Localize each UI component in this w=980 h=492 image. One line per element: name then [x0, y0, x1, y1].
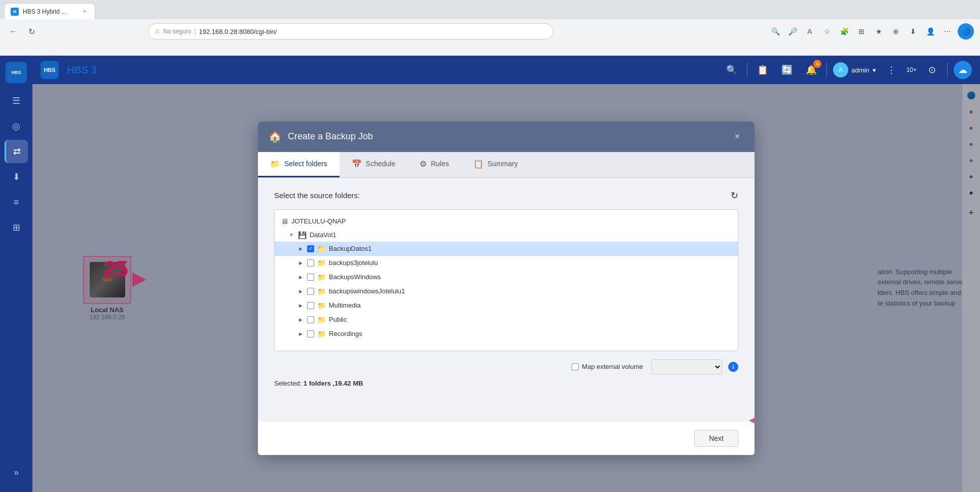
cloud-button[interactable]: ☁ [954, 61, 972, 79]
account-button[interactable]: 👤 [923, 24, 937, 39]
volume-collapse-icon: ▼ [289, 232, 294, 238]
checkbox-2[interactable] [307, 274, 314, 281]
folder-icon-2: 📁 [317, 273, 326, 281]
app-area: HBS ☰ ◎ ⇄ ⬇ ≡ ⊞ » HBS HBS 3 🔍 📋 🔄 🔔 5 A … [0, 56, 980, 492]
admin-label: admin [851, 66, 869, 74]
split-button[interactable]: ⊞ [854, 24, 869, 39]
zoom-button[interactable]: 🔎 [785, 24, 800, 39]
dialog-footer: Next [258, 421, 755, 455]
profile-button[interactable]: ⊕ [889, 24, 903, 39]
folder-name-2: BackupsWindows [329, 273, 381, 281]
more-app-button[interactable]: ⋮ [882, 61, 900, 79]
expander-3[interactable]: ▶ [297, 288, 304, 295]
dialog-body: Select the source folders: ↻ 🖥 JOTELULU-… [258, 178, 755, 421]
checkbox-0[interactable]: ✓ [307, 245, 314, 252]
expander-5[interactable]: ▶ [297, 316, 304, 323]
tab-select-folders[interactable]: 📁 Select folders [258, 152, 340, 177]
folder-row-4[interactable]: ▶ 📁 Multimedia [275, 298, 738, 313]
folder-name-3: backupswindowsJotelulu1 [329, 287, 405, 295]
admin-menu-button[interactable]: A admin ▾ [833, 62, 876, 78]
reload-button[interactable]: ↻ [24, 24, 39, 39]
expander-1[interactable]: ▶ [297, 259, 304, 267]
sidebar-item-grid[interactable]: ⊞ [5, 216, 28, 239]
select-folders-tab-icon: 📁 [270, 159, 280, 169]
edge-profile-button[interactable]: 🔵 [958, 23, 974, 40]
hbs-logo: HBS [41, 61, 59, 79]
sidebar-item-expand[interactable]: » [5, 461, 28, 484]
sidebar-item-download[interactable]: ⬇ [5, 165, 28, 188]
tab-schedule[interactable]: 📅 Schedule [340, 152, 407, 177]
folder-row-2[interactable]: ▶ 📁 BackupsWindows [275, 270, 738, 284]
more-button[interactable]: ⋯ [940, 24, 955, 39]
sync-status-button[interactable]: 🔄 [778, 61, 796, 79]
expander-6[interactable]: ▶ [297, 330, 304, 337]
folder-name-0: BackupDatos1 [329, 245, 372, 252]
tab-favicon: H [11, 8, 19, 16]
folder-row-5[interactable]: ▶ 📁 Public [275, 313, 738, 327]
refresh-tree-button[interactable]: ↻ [731, 190, 738, 201]
tab-bar: H HBS 3 Hybrid ... × [0, 0, 980, 19]
address-bar[interactable]: ⚠ No seguro | 192.168.0.28:8080/cgi-bin/ [148, 23, 553, 40]
back-button[interactable]: ← [6, 24, 20, 39]
expander-2[interactable]: ▶ [297, 274, 304, 281]
sidebar: HBS ☰ ◎ ⇄ ⬇ ≡ ⊞ » [0, 56, 32, 492]
create-backup-dialog: 🏠 Create a Backup Job × 📁 Select folders… [258, 122, 755, 455]
download-button[interactable]: ⬇ [906, 24, 920, 39]
favbar-button[interactable]: ★ [872, 24, 886, 39]
app-toolbar: HBS HBS 3 🔍 📋 🔄 🔔 5 A admin ▾ ⋮ 10+ ⊙ ☁ [32, 56, 980, 84]
bottom-bar: Map external volume i [274, 359, 738, 374]
tab-summary[interactable]: 📋 Summary [461, 152, 530, 177]
search-app-button[interactable]: 🔍 [723, 61, 741, 79]
source-label: Select the source folders: ↻ [274, 190, 738, 201]
volume-icon: 💾 [298, 231, 307, 239]
tab-title: HBS 3 Hybrid ... [23, 8, 66, 15]
checkbox-6[interactable] [307, 330, 314, 337]
arrow-25-shape [132, 273, 146, 287]
dialog-header: 🏠 Create a Backup Job × [258, 122, 755, 152]
folder-row-3[interactable]: ▶ 📁 backupswindowsJotelulu1 [275, 284, 738, 298]
map-external-checkbox[interactable] [572, 363, 579, 370]
sidebar-item-menu[interactable]: ☰ [5, 89, 28, 112]
dialog-header-icon: 🏠 [268, 130, 282, 143]
folder-row-0[interactable]: ▶ ✓ 📁 BackupDatos1 [275, 242, 738, 256]
folder-icon-4: 📁 [317, 301, 326, 310]
dialog-close-button[interactable]: × [730, 130, 744, 144]
rules-tab-label: Rules [431, 160, 449, 168]
select-folders-tab-label: Select folders [284, 160, 327, 168]
sidebar-item-sync[interactable]: ⇄ [5, 140, 28, 163]
folder-row-6[interactable]: ▶ 📁 Recordings [275, 327, 738, 341]
browser-actions: 🔍 🔎 A ☆ 🧩 ⊞ ★ ⊕ ⬇ 👤 ⋯ 🔵 [768, 23, 974, 40]
map-info-button[interactable]: i [728, 362, 738, 372]
next-button[interactable]: Next [694, 430, 738, 447]
search-browser-button[interactable]: 🔍 [768, 24, 782, 39]
annotation-number-25: 25 [103, 258, 128, 280]
extensions-button[interactable]: 🧩 [837, 24, 851, 39]
tab-rules[interactable]: ⚙ Rules [407, 152, 461, 177]
checkbox-1[interactable] [307, 259, 314, 267]
sidebar-item-dashboard[interactable]: ◎ [5, 115, 28, 138]
map-external-label: Map external volume [572, 363, 643, 370]
sidebar-logo: HBS [6, 62, 27, 83]
checkbox-3[interactable] [307, 288, 314, 295]
log-button[interactable]: 📋 [753, 61, 772, 79]
nas-label: Local NAS [91, 306, 124, 314]
tree-volume-row[interactable]: ▼ 💾 DataVol1 [275, 229, 738, 242]
gauge-button[interactable]: ⊙ [923, 61, 941, 79]
map-volume-dropdown[interactable] [651, 359, 722, 374]
folder-row-1[interactable]: ▶ 📁 backups3jotelulu [275, 256, 738, 270]
speed-indicator: 10+ [907, 66, 917, 73]
bookmark-button[interactable]: ☆ [820, 24, 834, 39]
translate-button[interactable]: A [803, 24, 817, 39]
checkbox-5[interactable] [307, 316, 314, 323]
address-text: 192.168.0.28:8080/cgi-bin/ [199, 28, 547, 35]
summary-tab-icon: 📋 [473, 159, 483, 169]
checkbox-4[interactable] [307, 302, 314, 309]
expander-4[interactable]: ▶ [297, 302, 304, 309]
folder-name-4: Multimedia [329, 301, 361, 309]
expander-0[interactable]: ▶ [297, 245, 304, 252]
folder-icon-6: 📁 [317, 330, 326, 338]
tab-close-button[interactable]: × [81, 8, 89, 16]
sidebar-item-list[interactable]: ≡ [5, 191, 28, 214]
active-tab[interactable]: H HBS 3 Hybrid ... × [4, 3, 95, 19]
admin-avatar: A [833, 62, 848, 78]
